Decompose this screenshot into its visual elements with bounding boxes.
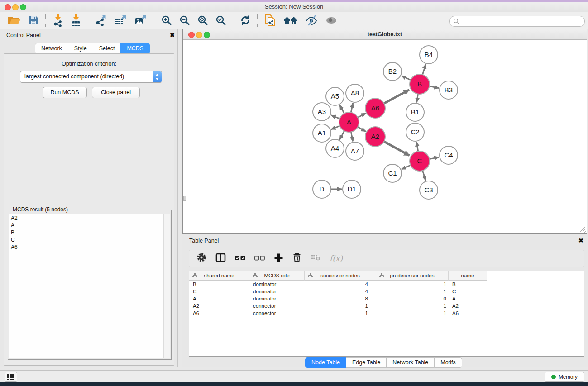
toolbar-separator — [88, 14, 89, 27]
zoom-fit-icon[interactable] — [194, 14, 212, 27]
dropdown-value: largest connected component (directed) — [24, 73, 124, 80]
toolbar-separator — [233, 14, 234, 27]
tab-select[interactable]: Select — [93, 43, 121, 54]
column-header[interactable]: shared name — [189, 271, 249, 281]
close-panel-icon[interactable]: ✖ — [170, 33, 175, 38]
zoom-selected-icon[interactable] — [212, 14, 230, 27]
svg-text:B2: B2 — [388, 67, 397, 75]
zoom-in-icon[interactable] — [158, 14, 176, 27]
close-panel-button[interactable]: Close panel — [92, 87, 140, 98]
function-builder-icon[interactable]: f(x) — [330, 254, 343, 263]
refresh-icon[interactable] — [236, 14, 254, 27]
svg-text:A4: A4 — [331, 144, 339, 152]
resize-grip-icon[interactable] — [580, 227, 586, 233]
tab-node-table[interactable]: Node Table — [305, 357, 346, 368]
dropdown-stepper-icon[interactable] — [153, 71, 162, 82]
optimization-criterion-dropdown[interactable]: largest connected component (directed) — [20, 71, 162, 83]
network-canvas[interactable]: B4B2BB3A5A8A6A3B1AC2A1A2A4A7C4CC1C3DD1 — [183, 40, 587, 233]
svg-text:A6: A6 — [371, 104, 379, 112]
network-window-titlebar: testGlobe.txt — [183, 29, 587, 40]
deselect-all-icon[interactable] — [254, 254, 265, 262]
main-toolbar — [0, 12, 588, 29]
list-item[interactable]: A — [11, 222, 163, 229]
tab-motifs[interactable]: Motifs — [434, 357, 462, 368]
svg-text:C: C — [417, 157, 422, 165]
control-panel-tabs: Network Style Select MCDS — [35, 43, 150, 54]
task-history-button[interactable] — [5, 372, 17, 382]
tab-style[interactable]: Style — [68, 43, 93, 54]
svg-text:B: B — [417, 80, 422, 88]
save-session-icon[interactable] — [24, 14, 43, 27]
mcds-result-title: MCDS result (5 nodes) — [11, 206, 70, 213]
tab-network[interactable]: Network — [35, 43, 68, 54]
home-layout-icon[interactable] — [280, 14, 301, 27]
float-panel-icon[interactable] — [161, 33, 166, 38]
svg-text:A: A — [347, 118, 351, 126]
svg-text:A8: A8 — [351, 89, 359, 97]
close-panel-icon[interactable]: ✖ — [578, 238, 583, 243]
run-mcds-button[interactable]: Run MCDS — [43, 87, 87, 98]
select-all-icon[interactable] — [235, 254, 245, 262]
import-table-icon[interactable] — [67, 14, 85, 27]
hide-details-icon[interactable] — [301, 14, 321, 27]
svg-text:C2: C2 — [411, 128, 419, 136]
memory-button[interactable]: Memory — [545, 372, 584, 382]
column-header[interactable]: successor nodes — [305, 271, 376, 281]
column-header[interactable]: predecessor nodes — [376, 271, 449, 281]
app-titlebar: Session: New Session — [0, 2, 588, 12]
table-row[interactable]: Cdominator41C — [189, 288, 584, 295]
table-row[interactable]: A2connector11A2 — [189, 302, 584, 310]
optimization-criterion-label: Optimization criterion: — [4, 61, 174, 67]
float-panel-icon[interactable] — [569, 238, 574, 243]
splitpane-handle[interactable] — [183, 196, 186, 201]
svg-text:D: D — [320, 185, 325, 193]
search-field[interactable] — [449, 16, 585, 27]
status-bar: Memory — [0, 370, 588, 383]
export-network-icon[interactable] — [91, 14, 111, 27]
svg-text:B4: B4 — [425, 51, 433, 58]
table-row[interactable]: Adominator80A — [189, 295, 584, 302]
import-network-icon[interactable] — [49, 14, 67, 27]
svg-text:D1: D1 — [347, 185, 356, 193]
node-table[interactable]: shared nameMCDS rolesuccessor nodesprede… — [189, 271, 584, 357]
zoom-out-icon[interactable] — [176, 14, 194, 27]
network-graph-svg: B4B2BB3A5A8A6A3B1AC2A1A2A4A7C4CC1C3DD1 — [183, 40, 587, 234]
list-item[interactable]: B — [11, 229, 163, 236]
show-details-icon[interactable] — [321, 14, 341, 27]
svg-text:C1: C1 — [388, 169, 397, 177]
table-row[interactable]: Bdominator41B — [189, 281, 584, 288]
open-folder-icon[interactable] — [4, 14, 24, 27]
result-scrollbar[interactable] — [163, 214, 170, 358]
column-visibility-icon[interactable] — [215, 253, 226, 264]
mcds-tab-content: Optimization criterion: largest connecte… — [4, 53, 174, 366]
toolbar-separator — [154, 14, 155, 27]
tab-mcds[interactable]: MCDS — [120, 43, 150, 54]
settings-gear-icon[interactable] — [196, 253, 206, 264]
add-column-icon[interactable] — [274, 253, 283, 264]
list-item[interactable]: C — [11, 236, 163, 243]
application-window: Session: New Session — [0, 0, 588, 386]
export-table-icon[interactable] — [111, 14, 131, 27]
search-icon — [453, 18, 460, 25]
delete-column-icon[interactable] — [292, 253, 301, 264]
column-header[interactable]: MCDS role — [249, 271, 305, 281]
node-table-body: Bdominator41BCdominator41CAdominator80AA… — [189, 281, 584, 317]
open-session-network-icon[interactable] — [261, 14, 280, 27]
tab-network-table[interactable]: Network Table — [386, 357, 435, 368]
list-item[interactable]: A2 — [11, 214, 163, 222]
export-image-icon[interactable] — [131, 14, 151, 27]
desktop-strip-bottom — [0, 382, 588, 386]
table-row[interactable]: A6connector11A6 — [189, 310, 584, 317]
tab-edge-table[interactable]: Edge Table — [346, 357, 387, 368]
delete-table-icon[interactable] — [311, 254, 320, 263]
table-panel: Table Panel ✖ — [182, 235, 588, 367]
network-view-window: testGlobe.txt B4B2BB3A5A8A6A3B1AC2A1A2A4… — [182, 29, 587, 234]
search-input[interactable] — [462, 18, 581, 25]
memory-label: Memory — [559, 374, 578, 380]
column-header[interactable]: name — [449, 271, 487, 281]
list-item[interactable]: A6 — [11, 243, 163, 251]
toolbar-separator — [45, 14, 46, 27]
mcds-result-list[interactable]: A2ABCA6 — [9, 214, 163, 358]
svg-text:A5: A5 — [331, 92, 339, 100]
table-toolbar: f(x) — [189, 250, 584, 267]
